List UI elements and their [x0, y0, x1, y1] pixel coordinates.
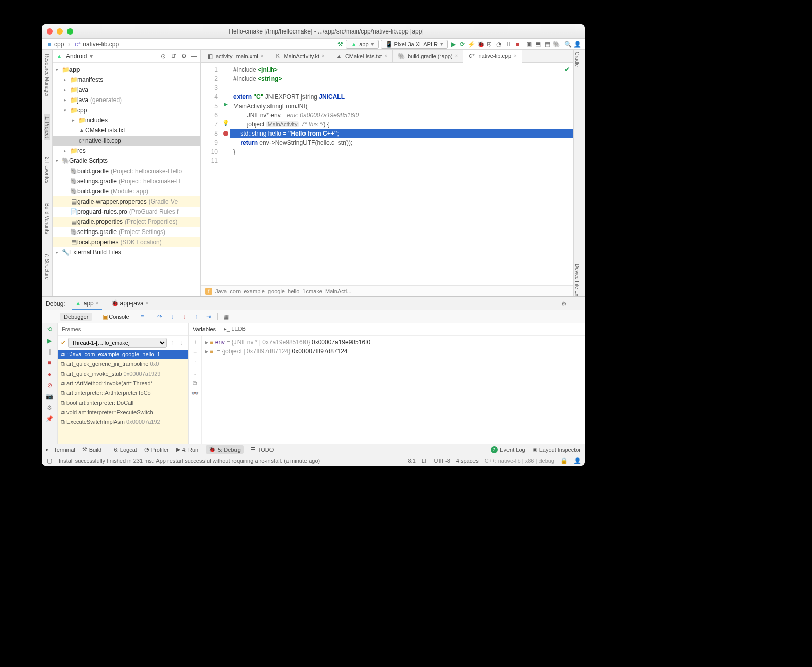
- tree-row[interactable]: ▸📁 java(generated): [53, 95, 200, 105]
- chevron-down-icon[interactable]: ▾: [90, 53, 93, 60]
- run-to-cursor-icon[interactable]: ⇥: [205, 313, 212, 320]
- run-config-dropdown[interactable]: ▲app▾: [346, 40, 378, 49]
- frame-row[interactable]: ⧉ art_quick_generic_jni_trampoline 0x0: [58, 359, 188, 369]
- project-tree[interactable]: ▾📁 app▸📁 manifests▸📁 java▸📁 java(generat…: [53, 63, 200, 296]
- tree-row[interactable]: ▾📁 app: [53, 64, 200, 75]
- frame-row[interactable]: ⧉ art::ArtMethod::Invoke(art::Thread*: [58, 379, 188, 388]
- gear-icon[interactable]: ⚙: [560, 300, 567, 307]
- evaluate-expression-icon[interactable]: ▦: [223, 313, 230, 320]
- breakpoint-icon[interactable]: [221, 129, 230, 138]
- layout-inspector-tab[interactable]: ▣Layout Inspector: [532, 446, 581, 453]
- close-tab-icon[interactable]: ×: [384, 53, 387, 59]
- event-log-tab[interactable]: 2Event Log: [491, 446, 525, 453]
- tree-row[interactable]: ▸🔧 External Build Files: [53, 247, 200, 257]
- close-tab-icon[interactable]: ×: [146, 300, 149, 306]
- attach-debugger-icon[interactable]: ⏸: [504, 41, 512, 48]
- editor-tab[interactable]: KMainActivity.kt×: [269, 50, 330, 62]
- tree-row[interactable]: ▲ CMakeLists.txt: [53, 125, 200, 136]
- mute-breakpoints-icon[interactable]: ⊘: [46, 381, 54, 389]
- close-window-button[interactable]: [47, 28, 53, 35]
- tree-row[interactable]: ▸📁 manifests: [53, 75, 200, 85]
- stop-icon[interactable]: ■: [514, 41, 521, 48]
- prev-frame-icon[interactable]: ↑: [169, 339, 176, 346]
- frame-row[interactable]: ⧉ void art::interpreter::ExecuteSwitch: [58, 408, 188, 417]
- glasses-icon[interactable]: 👓: [191, 390, 199, 397]
- close-tab-icon[interactable]: ×: [455, 53, 458, 59]
- variable-row[interactable]: ▸ ≡ env = {JNIEnv * | 0x7a19e98516f0} 0x…: [205, 338, 582, 347]
- step-over-icon[interactable]: ↷: [156, 313, 163, 320]
- sdk-manager-icon[interactable]: ⬒: [534, 41, 542, 48]
- expand-all-icon[interactable]: ⇵: [170, 53, 177, 60]
- frame-row[interactable]: ⧉ art_quick_invoke_stub 0x00007a1929: [58, 369, 188, 379]
- next-frame-icon[interactable]: ↓: [178, 339, 185, 346]
- zoom-window-button[interactable]: [67, 28, 73, 35]
- remove-watch-icon[interactable]: −: [193, 349, 197, 356]
- tree-row[interactable]: c⁺ native-lib.cpp: [53, 136, 200, 146]
- editor-tab[interactable]: c⁺native-lib.cpp×: [463, 50, 522, 63]
- console-tab[interactable]: ▣Console: [97, 312, 133, 321]
- tree-row[interactable]: 📄 proguard-rules.pro(ProGuard Rules f: [53, 207, 200, 217]
- frame-row[interactable]: ⧉ ::Java_com_example_google_hello_1: [58, 350, 188, 359]
- gear-icon[interactable]: ⚙: [180, 53, 187, 60]
- tree-row[interactable]: 🐘 build.gradle(Module: app): [53, 186, 200, 196]
- resume-icon[interactable]: ▶: [46, 337, 54, 345]
- down-icon[interactable]: ↓: [194, 370, 197, 377]
- step-out-icon[interactable]: ↑: [193, 313, 200, 320]
- run-icon[interactable]: ▶: [450, 41, 457, 48]
- line-separator[interactable]: LF: [422, 458, 428, 464]
- step-into-icon[interactable]: ↓: [168, 313, 176, 320]
- threads-view-icon[interactable]: ≡: [139, 313, 146, 320]
- tool-tab-resource-manager[interactable]: Resource Manager: [44, 52, 50, 99]
- lldb-tab[interactable]: ▸_ LLDB: [224, 326, 246, 332]
- tree-row[interactable]: ▾📁 cpp: [53, 105, 200, 115]
- todo-tab[interactable]: ☰TODO: [251, 446, 274, 453]
- close-tab-icon[interactable]: ×: [261, 53, 264, 59]
- tree-row[interactable]: ▸📁 java: [53, 85, 200, 95]
- frame-row[interactable]: ⧉ ExecuteSwitchImplAsm 0x00007a192: [58, 417, 188, 427]
- tool-tab-gradle[interactable]: Gradle: [574, 50, 580, 69]
- avd-manager-icon[interactable]: ▣: [525, 41, 532, 48]
- close-tab-icon[interactable]: ×: [96, 300, 99, 306]
- force-step-into-icon[interactable]: ↓: [181, 313, 188, 320]
- up-icon[interactable]: ↑: [194, 359, 197, 366]
- tool-tab-project[interactable]: 1: Project: [44, 114, 50, 140]
- tree-row[interactable]: ▤ gradle-wrapper.properties(Gradle Ve: [53, 196, 200, 207]
- frame-list[interactable]: ⧉ ::Java_com_example_google_hello_1⧉ art…: [58, 350, 188, 444]
- tree-row[interactable]: ▸📁 res: [53, 146, 200, 156]
- debug-tab[interactable]: 🐞5: Debug: [206, 445, 244, 454]
- close-tab-icon[interactable]: ×: [322, 53, 325, 59]
- cpp-context[interactable]: C++: native-lib | x86 | debug: [485, 458, 554, 464]
- debugger-tab[interactable]: Debugger: [60, 313, 92, 321]
- debug-icon[interactable]: 🐞: [477, 41, 484, 48]
- build-tab[interactable]: ⚒Build: [82, 446, 101, 453]
- tree-row[interactable]: 🐘 build.gradle(Project: hellocmake-Hello: [53, 166, 200, 176]
- tree-row[interactable]: ▤ local.properties(SDK Location): [53, 237, 200, 247]
- close-tab-icon[interactable]: ×: [514, 53, 517, 59]
- pin-icon[interactable]: 📌: [46, 415, 54, 423]
- user-icon[interactable]: 👤: [573, 41, 581, 48]
- copy-icon[interactable]: ⧉: [193, 380, 197, 387]
- editor-tab[interactable]: ◧activity_main.xml×: [201, 50, 269, 62]
- debug-session-tab-app[interactable]: ▲app×: [72, 297, 102, 310]
- run-gutter-icon[interactable]: ▶: [221, 102, 230, 111]
- minimize-window-button[interactable]: [57, 28, 63, 35]
- tree-row[interactable]: ▤ gradle.properties(Project Properties): [53, 217, 200, 227]
- debug-session-tab-appjava[interactable]: 🐞app-java×: [108, 297, 152, 310]
- logcat-tab[interactable]: ≡6: Logcat: [109, 447, 137, 453]
- variable-rows[interactable]: ▸ ≡ env = {JNIEnv * | 0x7a19e98516f0} 0x…: [202, 336, 585, 444]
- indent-widget[interactable]: 4 spaces: [456, 458, 479, 464]
- tool-windows-icon[interactable]: ▢: [46, 457, 53, 464]
- terminal-tab[interactable]: ▸_Terminal: [46, 446, 75, 453]
- apply-changes-icon[interactable]: ⚡: [468, 41, 475, 48]
- variables-tab[interactable]: Variables: [193, 326, 216, 332]
- editor-breadcrumb-text[interactable]: Java_com_example_google_hello_1cmake_Mai…: [215, 288, 351, 294]
- frame-row[interactable]: ⧉ art::interpreter::ArtInterpreterToCo: [58, 388, 188, 398]
- stop-debug-icon[interactable]: ■: [46, 359, 54, 367]
- add-watch-icon[interactable]: ＋: [192, 338, 198, 346]
- tool-tab-build-variants[interactable]: Build Variants: [44, 201, 50, 236]
- search-icon[interactable]: 🔍: [564, 41, 571, 48]
- thread-dropdown[interactable]: Thread-1-[…llo_cmake]: [68, 338, 167, 348]
- tree-row[interactable]: ▸📁 includes: [53, 115, 200, 125]
- breadcrumb-file[interactable]: c⁺native-lib.cpp: [74, 41, 119, 48]
- hide-panel-icon[interactable]: —: [573, 300, 581, 307]
